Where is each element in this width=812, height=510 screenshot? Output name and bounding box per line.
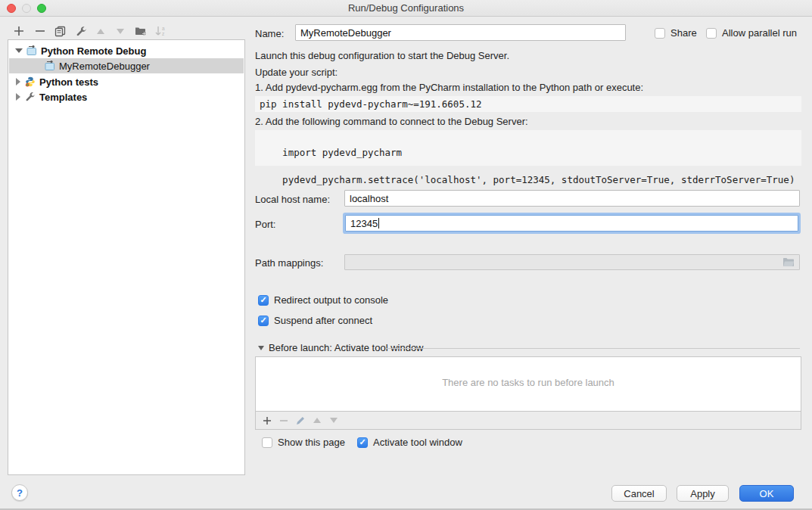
section-divider [386, 348, 800, 349]
tree-item-python-tests[interactable]: Python tests [9, 74, 244, 89]
local-host-value: localhost [350, 193, 388, 204]
path-mappings-label: Path mappings: [255, 257, 323, 269]
collapse-triangle-icon[interactable] [258, 346, 264, 350]
port-value: 12345 [350, 218, 378, 229]
svg-text:a: a [162, 26, 165, 31]
local-host-name-input[interactable]: localhost [344, 190, 800, 207]
show-this-page-checkbox[interactable]: Show this page [262, 437, 345, 448]
import-code-line1: import pydevd_pycharm [282, 147, 402, 158]
new-folder-icon[interactable] [134, 24, 148, 38]
add-configuration-button[interactable] [12, 24, 26, 38]
browse-folder-icon[interactable] [782, 257, 795, 267]
suspend-after-connect-checkbox[interactable]: Suspend after connect [258, 315, 372, 326]
checkbox-box-checked [258, 316, 269, 326]
configurations-tree: Python Remote Debug MyRemoteDebugger Pyt… [8, 39, 245, 475]
allow-parallel-run-checkbox[interactable]: Allow parallel run [706, 27, 797, 39]
cancel-button[interactable]: Cancel [611, 485, 667, 502]
share-checkbox[interactable]: Share [655, 27, 697, 39]
checkbox-label: Allow parallel run [722, 27, 797, 39]
edit-task-pencil-icon [292, 414, 309, 428]
redirect-output-checkbox[interactable]: Redirect output to console [258, 294, 388, 306]
ok-label: OK [760, 488, 774, 499]
move-up-icon [94, 24, 107, 38]
tree-item-myremotedebugger-selected[interactable]: MyRemoteDebugger [9, 58, 244, 73]
checkbox-label: Redirect output to console [274, 294, 388, 306]
step2-text: 2. Add the following command to connect … [255, 116, 528, 127]
import-code-line2: pydevd_pycharm.settrace('localhost', por… [282, 174, 795, 185]
apply-button[interactable]: Apply [677, 485, 729, 502]
tree-item-label: MyRemoteDebugger [59, 61, 150, 72]
apply-label: Apply [690, 488, 715, 499]
move-task-up-icon [309, 414, 325, 428]
edit-templates-wrench-icon[interactable] [74, 24, 88, 38]
import-code-block: import pydevd_pycharm pydevd_pycharm.set… [255, 130, 801, 166]
local-host-name-label: Local host name: [255, 194, 330, 205]
tree-item-label: Python tests [39, 76, 98, 88]
remove-task-button [275, 414, 292, 428]
title-bar[interactable]: Run/Debug Configurations [0, 0, 812, 17]
checkbox-box-checked [357, 437, 368, 448]
name-input-value: MyRemoteDebugger [300, 27, 391, 39]
chevron-down-icon[interactable] [15, 48, 23, 53]
tree-item-templates[interactable]: Templates [9, 89, 244, 104]
intro-text: Launch this debug configuration to start… [255, 50, 509, 61]
pip-install-code: pip install pydevd-pycharm~=191.6605.12 [255, 96, 801, 112]
checkbox-label: Show this page [278, 437, 345, 448]
activate-tool-window-checkbox[interactable]: Activate tool window [357, 437, 462, 448]
text-caret [378, 218, 379, 229]
run-debug-configurations-dialog: Run/Debug Configurations a z [0, 0, 812, 510]
add-task-button[interactable] [259, 414, 275, 428]
checkbox-label: Share [670, 27, 697, 39]
help-glyph: ? [17, 487, 23, 499]
remove-configuration-button[interactable] [33, 24, 47, 38]
name-input[interactable]: MyRemoteDebugger [295, 24, 626, 41]
checkbox-box [706, 28, 717, 39]
window-title: Run/Debug Configurations [0, 2, 812, 14]
run-config-icon [44, 61, 56, 71]
name-label: Name: [255, 28, 284, 39]
help-button[interactable]: ? [11, 484, 28, 501]
tree-item-label: Templates [39, 92, 87, 103]
checkbox-box [262, 437, 272, 448]
tree-item-label: Python Remote Debug [41, 45, 146, 57]
move-task-down-icon [325, 414, 342, 428]
path-mappings-input [344, 254, 800, 270]
checkbox-box-checked [258, 295, 269, 306]
before-launch-task-list: There are no tasks to run before launch [255, 356, 801, 412]
checkbox-label: Suspend after connect [274, 315, 372, 326]
step1-text: 1. Add pydevd-pycharm.egg from the PyCha… [255, 82, 643, 93]
checkbox-box [655, 28, 665, 39]
empty-tasks-message: There are no tasks to run before launch [256, 377, 801, 388]
checkbox-label: Activate tool window [373, 437, 462, 448]
svg-text:z: z [162, 31, 164, 36]
chevron-right-icon[interactable] [16, 78, 20, 86]
run-config-icon [26, 45, 38, 56]
chevron-right-icon[interactable] [16, 93, 20, 101]
before-launch-toolbar [255, 412, 801, 430]
sort-alphabetically-icon: a z [154, 24, 167, 38]
tree-item-python-remote-debug[interactable]: Python Remote Debug [9, 43, 244, 58]
move-down-icon [114, 24, 127, 38]
cancel-label: Cancel [624, 488, 654, 499]
port-input[interactable]: 12345 [345, 215, 798, 232]
port-label: Port: [255, 219, 275, 230]
update-script-text: Update your script: [255, 67, 338, 78]
copy-configuration-icon[interactable] [53, 24, 67, 38]
python-tests-icon [24, 76, 36, 87]
ok-button[interactable]: OK [739, 485, 794, 502]
wrench-icon [24, 92, 36, 102]
